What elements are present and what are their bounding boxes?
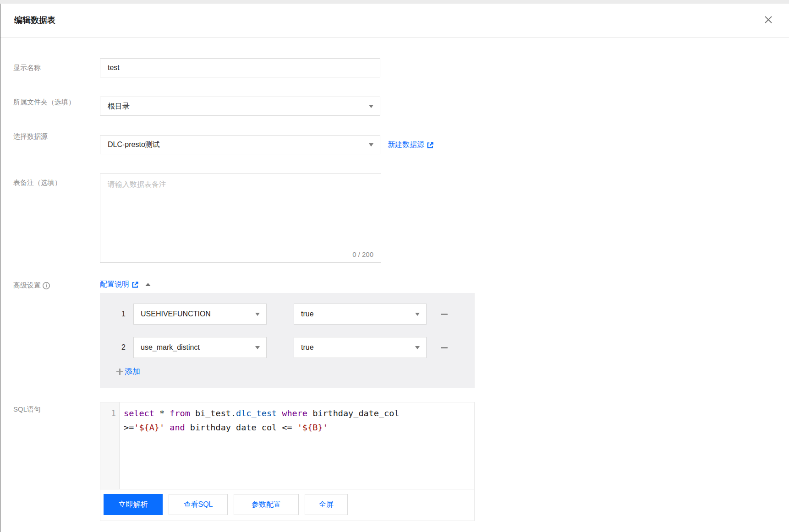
advanced-setting-row: 1USEHIVEFUNCTIONtrue (100, 304, 475, 325)
sql-token: from (170, 408, 190, 418)
sql-parse-button[interactable]: 立即解析 (104, 494, 163, 515)
remark-char-counter: 0 / 200 (352, 250, 373, 258)
folder-select[interactable]: 根目录 (100, 97, 380, 116)
config-doc-link[interactable]: 配置说明 (100, 280, 139, 289)
line-number: 1 (100, 406, 119, 420)
remove-setting-button[interactable] (440, 344, 448, 351)
dialog-title: 编辑数据表 (14, 15, 55, 26)
sql-token: '${B}' (297, 423, 328, 432)
add-setting-label: 添加 (125, 366, 140, 377)
folder-select-value: 根目录 (108, 102, 130, 111)
config-doc-link-label: 配置说明 (100, 280, 129, 289)
remark-textarea-wrap: 0 / 200 (100, 174, 381, 263)
sql-label: SQL语句 (13, 405, 41, 414)
collapse-arrow-icon[interactable] (145, 283, 151, 286)
sql-token: * (154, 408, 170, 418)
sql-fullscreen-button[interactable]: 全屏 (305, 494, 348, 515)
sql-token: where (282, 408, 307, 418)
sql-token: dlc_test (236, 408, 277, 418)
sql-code-line: >='${A}' and birthday_date_col <= '${B}' (124, 420, 471, 434)
remove-setting-button[interactable] (440, 310, 448, 318)
datasource-label: 选择数据源 (13, 132, 48, 141)
new-datasource-link[interactable]: 新建数据源 (388, 140, 434, 150)
advanced-setting-row: 2use_mark_distincttrue (100, 337, 475, 358)
edit-table-dialog: 编辑数据表 显示名称 所属文件夹（选填） 根目录 选择数据源 DLC-prest… (0, 4, 789, 532)
sql-params-button[interactable]: 参数配置 (234, 494, 299, 515)
sql-token: birthday_date_col (185, 423, 282, 432)
setting-value-select[interactable]: true (294, 337, 427, 358)
setting-key-select-value: USEHIVEFUNCTION (141, 310, 211, 318)
advanced-config-row: 配置说明 (100, 280, 151, 289)
chevron-down-icon (255, 346, 260, 349)
external-link-icon (427, 141, 434, 149)
chevron-down-icon (415, 313, 420, 316)
new-datasource-link-label: 新建数据源 (388, 140, 424, 150)
sql-code-editor[interactable]: 1 select * from bi_test.dlc_test where b… (100, 402, 474, 489)
setting-index: 1 (117, 310, 126, 318)
line-number-gutter: 1 (100, 402, 120, 489)
sql-token (277, 408, 282, 418)
setting-key-select-value: use_mark_distinct (141, 343, 200, 352)
chevron-down-icon (369, 105, 373, 108)
sql-token: <= (282, 423, 297, 432)
display-name-input[interactable] (100, 58, 380, 77)
chevron-down-icon (369, 143, 373, 147)
sql-code-content[interactable]: select * from bi_test.dlc_test where bir… (120, 406, 471, 489)
setting-value-select-value: true (301, 343, 314, 352)
setting-value-select-value: true (301, 310, 314, 318)
setting-key-select[interactable]: use_mark_distinct (133, 337, 267, 358)
remark-textarea[interactable] (100, 174, 381, 243)
datasource-select-value: DLC-presto测试 (108, 140, 160, 150)
advanced-label-row: 高级设置 (13, 281, 50, 290)
setting-index: 2 (117, 343, 126, 352)
advanced-settings-panel: 2use_mark_distincttrue1USEHIVEFUNCTIONtr… (100, 293, 475, 388)
sql-token (164, 423, 170, 432)
sql-token: '${A}' (134, 423, 164, 432)
chevron-down-icon (415, 346, 420, 349)
sql-toolbar: 立即解析查看SQL参数配置全屏 (104, 494, 348, 515)
sql-token: birthday_date_col (307, 408, 399, 418)
external-link-icon (132, 281, 139, 288)
chevron-down-icon (255, 313, 260, 316)
info-icon[interactable] (42, 282, 50, 290)
sql-code-line: select * from bi_test.dlc_test where bir… (124, 406, 471, 420)
setting-key-select[interactable]: USEHIVEFUNCTION (133, 304, 267, 325)
minus-icon (441, 314, 448, 315)
minus-icon (441, 347, 448, 348)
folder-label: 所属文件夹（选填） (13, 98, 75, 107)
sql-token: >= (124, 423, 134, 432)
dialog-header: 编辑数据表 (0, 4, 789, 38)
setting-value-select[interactable]: true (294, 304, 427, 325)
close-icon[interactable] (762, 13, 775, 27)
sql-token: and (170, 423, 185, 432)
datasource-select[interactable]: DLC-presto测试 (100, 135, 380, 154)
remark-label: 表备注（选填） (13, 179, 61, 187)
sql-token: bi_test. (190, 408, 236, 418)
sql-token: select (124, 408, 154, 418)
advanced-label: 高级设置 (13, 281, 41, 290)
display-name-label: 显示名称 (13, 64, 41, 72)
sql-view-button[interactable]: 查看SQL (169, 494, 228, 515)
sql-editor-section: 1 select * from bi_test.dlc_test where b… (100, 402, 475, 521)
plus-icon (116, 369, 123, 375)
add-setting-button[interactable]: 添加 (116, 366, 140, 377)
